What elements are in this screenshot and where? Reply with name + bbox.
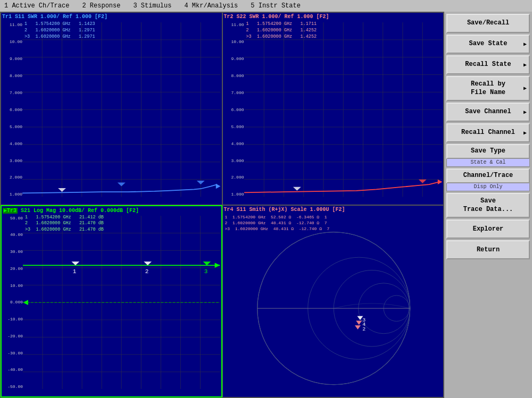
menu-bar: 1 Active Ch/Trace 2 Response 3 Stimulus … bbox=[0, 0, 532, 12]
menu-response[interactable]: 2 Response bbox=[80, 1, 122, 11]
svg-marker-40 bbox=[293, 187, 301, 191]
svg-marker-62 bbox=[215, 262, 220, 267]
plot-tr3-ylabels: 50.0040.0030.0020.0010.00 0.000-10.00-20… bbox=[3, 216, 23, 389]
explorer-button[interactable]: Explorer bbox=[446, 219, 530, 239]
save-state-button[interactable]: Save State bbox=[446, 35, 530, 54]
plot-tr3-markers: 1 1.5754200 GHz 21.412 dB 2 1.6020000 GH… bbox=[25, 215, 104, 234]
save-type-button[interactable]: Save Type bbox=[446, 144, 530, 159]
recall-by-filename-button[interactable]: Recall by File Name bbox=[446, 76, 530, 101]
plot-tr2-grid bbox=[244, 22, 443, 197]
plots-area: Tr1 S11 SWR 1.000/ Ref 1.000 [F2] 11.001… bbox=[0, 12, 444, 398]
plot-tr3-title: ▶Tr3 S21 Log Mag 10.00dB/ Ref 0.000dB [F… bbox=[3, 207, 220, 214]
return-button[interactable]: Return bbox=[446, 240, 530, 259]
svg-text:2: 2 bbox=[362, 326, 365, 332]
svg-marker-21 bbox=[216, 184, 221, 189]
plot-tr3[interactable]: ▶Tr3 S21 Log Mag 10.00dB/ Ref 0.000dB [F… bbox=[1, 205, 222, 398]
menu-instr-state[interactable]: 5 Instr State bbox=[248, 1, 303, 11]
channel-trace-button[interactable]: Channel/Trace bbox=[446, 168, 530, 183]
plot-tr4-smith-grid: 3 4 2 bbox=[225, 215, 443, 390]
svg-marker-42 bbox=[437, 180, 442, 184]
menu-mkr-analysis[interactable]: 4 Mkr/Analysis bbox=[182, 1, 240, 11]
plot-tr1-markers: 1 1.5754200 GHz 1.1423 2 1.6020000 GHz 1… bbox=[24, 21, 95, 40]
save-type-sub[interactable]: State & Cal bbox=[446, 158, 530, 167]
svg-marker-65 bbox=[144, 261, 152, 265]
svg-marker-79 bbox=[354, 325, 360, 329]
plot-tr1-title: Tr1 S11 SWR 1.000/ Ref 1.000 [F2] bbox=[2, 14, 221, 20]
plot-tr1[interactable]: Tr1 S11 SWR 1.000/ Ref 1.000 [F2] 11.001… bbox=[1, 12, 222, 205]
svg-text:2: 2 bbox=[145, 268, 149, 275]
save-recall-button[interactable]: Save/Recall bbox=[446, 14, 530, 33]
right-panel: Save/Recall Save State Recall State Reca… bbox=[444, 12, 532, 398]
svg-marker-67 bbox=[203, 261, 211, 265]
svg-text:3: 3 bbox=[204, 268, 208, 275]
recall-channel-button[interactable]: Recall Channel bbox=[446, 123, 530, 142]
svg-text:1: 1 bbox=[73, 268, 77, 275]
svg-marker-63 bbox=[71, 261, 79, 265]
plot-tr2-ylabels: 11.0010.009.0008.0007.000 6.0005.0004.00… bbox=[224, 22, 244, 197]
plot-tr2[interactable]: Tr2 S22 SWR 1.000/ Ref 1.000 [F2] 11.001… bbox=[222, 12, 444, 205]
plot-tr4[interactable]: Tr4 S11 Smith (R+jX) Scale 1.000U [F2] 1… bbox=[222, 205, 444, 398]
menu-stimulus[interactable]: 3 Stimulus bbox=[131, 1, 173, 11]
plot-tr2-markers: 1 1.5754200 GHz 1.1711 2 1.6020000 GHz 1… bbox=[246, 21, 317, 40]
plot-tr1-ylabels: 11.0010.009.0008.0007.000 6.0005.0004.00… bbox=[2, 22, 22, 197]
plot-tr3-grid: 1 2 3 bbox=[23, 216, 220, 389]
save-channel-button[interactable]: Save Channel bbox=[446, 103, 530, 122]
svg-marker-78 bbox=[356, 320, 362, 325]
recall-state-button[interactable]: Recall State bbox=[446, 55, 530, 74]
svg-marker-19 bbox=[58, 188, 66, 192]
svg-marker-18 bbox=[118, 183, 126, 187]
menu-active-ch[interactable]: 1 Active Ch/Trace bbox=[2, 1, 71, 11]
save-trace-data-button[interactable]: Save Trace Data... bbox=[446, 193, 530, 218]
plot-tr4-title: Tr4 S11 Smith (R+jX) Scale 1.000U [F2] bbox=[224, 207, 443, 213]
svg-marker-20 bbox=[197, 181, 205, 184]
plot-tr2-title: Tr2 S22 SWR 1.000/ Ref 1.000 [F2] bbox=[224, 14, 443, 20]
main-layout: Tr1 S11 SWR 1.000/ Ref 1.000 [F2] 11.001… bbox=[0, 12, 532, 398]
plot-tr1-grid bbox=[22, 22, 221, 197]
plot-tr4-markers: 1 1.5754200 GHz 52.502 Ω -6.3465 Ω 1 2 1… bbox=[225, 214, 330, 232]
channel-trace-sub[interactable]: Disp Only bbox=[446, 182, 530, 191]
svg-marker-41 bbox=[418, 180, 426, 183]
